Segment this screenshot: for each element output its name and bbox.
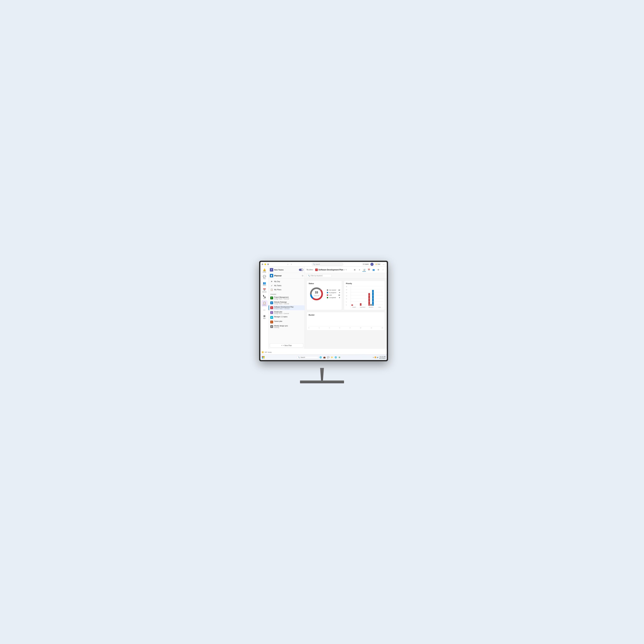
taskbar-chevron[interactable]: ∧ — [373, 357, 374, 358]
sidebar-item-more[interactable]: ··· — [261, 307, 268, 313]
more-toolbar-btn[interactable]: ··· — [381, 268, 385, 272]
status-chart-title: Status — [309, 283, 340, 284]
nav-controls: ‹ › — [286, 263, 293, 266]
nav-my-plans[interactable]: 📋 My Plans — [269, 288, 304, 292]
taskbar-right: ∧ 📶 🔊 11:11 AM 4/27/2023 — [373, 356, 387, 359]
monitor-stand — [300, 368, 344, 383]
taskbar-wifi-icon[interactable]: 📶 — [375, 357, 376, 358]
bucket-x-label: 6 — [339, 327, 340, 328]
legend-item: In progress 4 — [327, 291, 340, 294]
sidebar-item-chat[interactable]: 💬 Chat — [261, 274, 268, 280]
my-tasks-label: My Tasks — [274, 285, 281, 286]
title-search[interactable]: 🔍 Search — [312, 263, 343, 266]
plan-title-edit[interactable]: ✎ — [346, 269, 347, 271]
forward-button[interactable]: › — [290, 263, 293, 266]
new-plan-button[interactable]: + + New Plan — [270, 343, 303, 347]
taskbar-search[interactable]: 🔍 Search — [296, 356, 318, 359]
header-toolbar: ⊞ ≡ 📊 📅 👥 ⚙ ··· — [353, 268, 385, 272]
plan-item[interactable]: W Website Redesign Design Team > General — [269, 300, 305, 305]
taskbar-folder-icon[interactable]: 📁 — [330, 356, 333, 359]
plan-item[interactable]: S Simple plan Design Team > General — [269, 310, 305, 315]
donut-container: 33 Tasks left Not started 13 — [309, 286, 340, 302]
plan-item[interactable]: M Manager 1:1 topics — [269, 315, 305, 320]
chart-view-btn[interactable]: 📊 — [362, 268, 366, 272]
plan-item-icon: M — [270, 316, 273, 319]
planner-nav-icon: 📋 — [270, 274, 273, 277]
calendar-view-btn[interactable]: 📅 — [367, 268, 371, 272]
nav-my-tasks[interactable]: ✓ My Tasks — [269, 283, 304, 288]
planner-icon: 📋 — [263, 301, 266, 304]
breadcrumb-sep: › — [314, 269, 314, 271]
donut-chart: 33 Tasks left — [309, 286, 324, 302]
bar — [370, 304, 372, 306]
bar-group-label: Important — [360, 306, 365, 308]
more-options-button[interactable]: ··· — [382, 262, 386, 266]
taskbar: 🔍 Search 🌐 💼 💬 📁 🌐 ⊞ ∧ 📶 🔊 11:11 AM — [260, 354, 387, 360]
taskbar-store-icon[interactable]: 💼 — [323, 356, 326, 359]
priority-chart-wrap: 051015202530 UrgentImportantMediumLow — [346, 286, 383, 308]
plan-item[interactable]: S Software Development Plan Product Team… — [269, 305, 305, 310]
left-panel: T New Teams 📋 Planner ⊡ — [269, 267, 305, 349]
back-button[interactable]: ‹ — [286, 263, 289, 266]
legend-item: Completed 0 — [327, 296, 340, 299]
sidebar-item-apps[interactable]: ⊞ Apps — [261, 314, 268, 320]
search-icon: 🔍 — [313, 264, 315, 265]
y-grid-line — [351, 298, 383, 299]
filter-input[interactable]: 🔍 Filter by keyword — [307, 274, 332, 277]
taskbar-edge-icon[interactable]: 🌐 — [319, 356, 322, 359]
planner-nav-icon-glyph: 📋 — [270, 275, 273, 277]
grid-view-btn[interactable]: ⊞ — [353, 268, 357, 272]
new-teams-toggle[interactable] — [299, 269, 303, 271]
members-view-btn[interactable]: 👥 — [372, 268, 375, 272]
teams-icon: 👥 — [263, 282, 266, 285]
taskbar-clock[interactable]: 11:11 AM 4/27/2023 — [379, 356, 386, 359]
chat-icon: 💬 — [263, 275, 266, 278]
start-button[interactable] — [262, 356, 265, 359]
apps-icon: ⊞ — [263, 315, 265, 318]
sidebar-item-activity[interactable]: 🔔 Activity — [261, 267, 268, 274]
avatar[interactable]: A — [370, 263, 374, 266]
taskbar-browser-icon[interactable]: 🌐 — [334, 356, 337, 359]
plan-item[interactable]: W Weekly design sync Meeting — [269, 324, 305, 329]
minimize-button[interactable]: − — [264, 264, 266, 265]
plan-title-chevron[interactable]: ∨ — [344, 269, 345, 271]
taskbar-left — [260, 356, 265, 359]
close-button[interactable]: ✕ — [262, 264, 263, 265]
taskbar-time: 11:11 AM — [379, 356, 386, 357]
trial-button[interactable]: ⭐ Trial — [375, 263, 381, 265]
planner-expand-btn[interactable]: ⊡ — [302, 275, 303, 277]
apps-label: Apps — [263, 318, 266, 319]
plan-item-name: Career plan — [274, 320, 303, 322]
plan-item-name: Simple plan — [274, 311, 303, 313]
planner-title: Planner — [274, 275, 282, 277]
stand-neck — [319, 368, 325, 380]
bar — [368, 293, 370, 306]
plan-item-icon: P — [270, 297, 273, 299]
bucket-x-label: 8 — [350, 327, 350, 328]
activity-label: Activity — [263, 272, 266, 273]
taskbar-volume-icon[interactable]: 🔊 — [377, 357, 379, 358]
sidebar-item-teams[interactable]: 👥 Teams — [261, 280, 268, 287]
taskbar-app-icon[interactable]: ⊞ — [338, 356, 341, 359]
sidebar-item-calendar[interactable]: 📅 Calendar — [261, 287, 268, 293]
y-axis-label: 10 — [346, 298, 347, 299]
y-grid-line — [351, 301, 383, 302]
planner-label: Planner — [262, 305, 266, 306]
maximize-button[interactable]: □ — [267, 264, 269, 265]
plan-item-sub: Product Team > General — [274, 308, 303, 309]
teams-logo-icon: T — [271, 269, 272, 271]
list-view-btn[interactable]: ≡ — [358, 268, 361, 272]
copilot-button[interactable]: ✦ Copilot — [362, 263, 369, 265]
plan-item[interactable]: P Project Management Design Team > Gener… — [269, 296, 305, 300]
sidebar-item-planner[interactable]: 📋 Planner — [261, 300, 268, 307]
taskbar-teams-icon[interactable]: 💬 — [327, 356, 330, 359]
my-plans-icon: 📋 — [270, 288, 273, 291]
plan-item[interactable]: C Career plan — [269, 320, 305, 324]
nav-my-day[interactable]: ☀ My Day — [269, 279, 304, 283]
breadcrumb-my-plans[interactable]: My plans — [307, 269, 313, 271]
settings-btn[interactable]: ⚙ — [376, 268, 380, 272]
my-plans-label: My Plans — [274, 289, 281, 291]
sidebar-item-calls[interactable]: 📞 Calls — [261, 294, 268, 300]
nav-section: ☀ My Day ✓ My Tasks 📋 My Plans — [269, 278, 305, 293]
stand-base — [300, 380, 344, 383]
